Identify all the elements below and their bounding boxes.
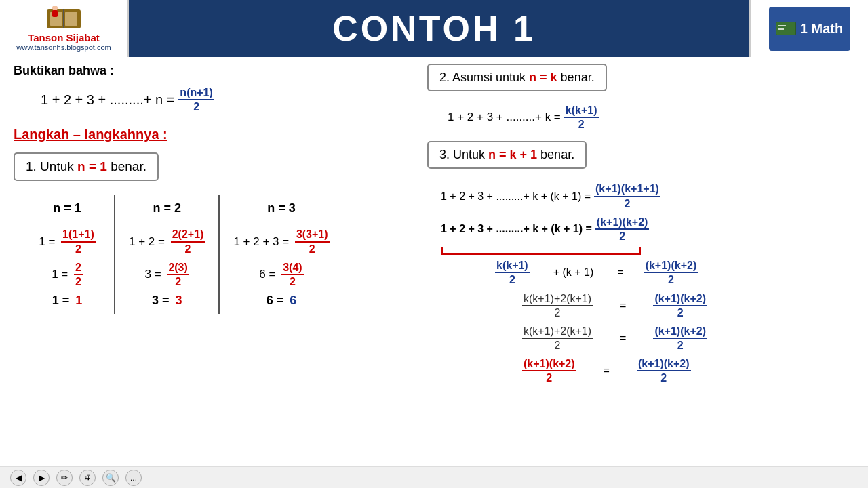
right-panel: 2. Asumsi untuk n = k benar. 1 + 2 + 3 +… <box>420 64 854 481</box>
eq1-frac: (k+1)(k+1+1) 2 <box>594 182 660 209</box>
bottom-bar: ◀ ▶ ✏ 🖨 🔍 ... <box>0 466 868 488</box>
n1-result: 1 = 1 <box>52 293 83 308</box>
eq1-lhs: 1 + 2 + 3 + .........+ k + (k + 1) = <box>441 190 591 203</box>
header: Tanson Sijabat www.tansonhs.blogspot.com… <box>0 0 868 57</box>
eq6-equals: = <box>604 365 610 377</box>
edit-button[interactable]: ✏ <box>56 470 73 486</box>
step1-highlight: n = 1 <box>77 159 107 174</box>
step2-box: 2. Asumsi untuk n = k benar. <box>427 64 607 92</box>
bracket-underline <box>441 247 641 255</box>
eq6-rhs-frac: (k+1)(k+2) 2 <box>637 357 691 384</box>
assumption-line: 1 + 2 + 3 + .........+ k = k(k+1) 2 <box>448 104 854 131</box>
step1-suffix: benar. <box>107 159 146 174</box>
step2-suffix: benar. <box>557 70 595 84</box>
step3-eq6: (k+1)(k+2) 2 = (k+1)(k+2) 2 <box>522 357 854 384</box>
back-button[interactable]: ◀ <box>10 470 26 486</box>
n3-col: n = 3 1 + 2 + 3 = 3(3+1) 2 6 = 3(4) 2 <box>220 195 342 314</box>
n2-result: 3 = 3 <box>152 293 182 308</box>
eq3-mid: + (k + 1) <box>553 266 594 279</box>
step3-suffix: benar. <box>537 148 574 161</box>
svg-rect-2 <box>65 12 77 26</box>
eq3-lhs-frac: k(k+1) 2 <box>495 259 530 286</box>
zoom-button[interactable]: 🔍 <box>102 470 119 486</box>
chalkboard-icon <box>776 20 796 37</box>
more-button[interactable]: ... <box>125 470 142 486</box>
forward-button[interactable]: ▶ <box>33 470 50 486</box>
eq5-equals: = <box>620 332 626 344</box>
eq4-lhs-frac: k(k+1)+2(k+1) 2 <box>522 292 593 319</box>
svg-rect-3 <box>63 9 64 28</box>
n2-frac2: 2(3) 2 <box>167 261 189 288</box>
eq3-equals: = <box>617 266 623 279</box>
main-frac-num: n(n+1) <box>178 86 214 100</box>
n1-eq1: 1 = 1(1+1) 2 <box>39 228 96 255</box>
eq2-lhs: 1 + 2 + 3 + .........+ k + (k + 1) = <box>441 223 592 235</box>
step3-label: 3. Untuk <box>439 148 488 161</box>
n2-frac1: 2(2+1) 2 <box>171 228 205 255</box>
main-fraction: n(n+1) 2 <box>178 86 214 113</box>
logo-name: Tanson Sijabat <box>28 32 100 43</box>
prove-text: Buktikan bahwa : <box>14 64 407 78</box>
step3-eq1: 1 + 2 + 3 + .........+ k + (k + 1) = (k+… <box>441 182 854 209</box>
eq3-rhs-frac: (k+1)(k+2) 2 <box>644 259 698 286</box>
step1-box: 1. Untuk n = 1 benar. <box>14 152 159 181</box>
step3-box: 3. Untuk n = k + 1 benar. <box>427 141 587 169</box>
steps-title: Langkah – langkahnya : <box>14 127 407 142</box>
n1-eq2: 1 = 2 2 <box>52 261 83 288</box>
n3-eq2: 6 = 3(4) 2 <box>259 261 303 288</box>
n2-title: n = 2 <box>153 201 181 216</box>
eq2-frac: (k+1)(k+2) 2 <box>595 216 650 243</box>
step3-eq3: k(k+1) 2 + (k + 1) = (k+1)(k+2) 2 <box>495 259 854 286</box>
logo-area: Tanson Sijabat www.tansonhs.blogspot.com <box>0 0 129 57</box>
n3-eq1: 1 + 2 + 3 = 3(3+1) 2 <box>233 228 329 255</box>
step1-label: 1. Untuk <box>26 159 77 174</box>
eq6-lhs-frac: (k+1)(k+2) 2 <box>522 357 576 384</box>
math-badge-area: 1 Math <box>749 0 868 57</box>
main-content: Buktikan bahwa : 1 + 2 + 3 + .........+ … <box>0 57 868 488</box>
n3-frac1: 3(3+1) 2 <box>295 228 330 255</box>
header-title: CONTOH 1 <box>332 8 536 49</box>
logo-icon <box>47 6 81 32</box>
n3-title: n = 3 <box>267 201 296 216</box>
step3-eq2-container: 1 + 2 + 3 + .........+ k + (k + 1) = (k+… <box>441 216 854 255</box>
n2-eq1: 1 + 2 = 2(2+1) 2 <box>129 228 205 255</box>
eq5-lhs-frac: k(k+1)+2(k+1) 2 <box>522 325 593 352</box>
main-formula: 1 + 2 + 3 + .........+ n = n(n+1) 2 <box>41 86 407 113</box>
print-button[interactable]: 🖨 <box>79 470 96 486</box>
n1-frac1: 1(1+1) 2 <box>61 228 96 255</box>
step3-eq2: 1 + 2 + 3 + .........+ k + (k + 1) = (k+… <box>441 216 854 243</box>
n3-result: 6 = 6 <box>267 293 297 308</box>
n2-eq2: 3 = 2(3) 2 <box>145 261 189 288</box>
n3-frac2: 3(4) 2 <box>281 261 303 288</box>
step2-label: 2. Asumsi untuk <box>439 70 529 84</box>
assumption-frac: k(k+1) 2 <box>564 104 599 131</box>
main-frac-den: 2 <box>192 100 201 113</box>
n2-col: n = 2 1 + 2 = 2(2+1) 2 3 = 2(3) 2 <box>115 195 220 314</box>
svg-rect-5 <box>52 10 58 17</box>
eq4-rhs-frac: (k+1)(k+2) 2 <box>653 292 707 319</box>
math-badge-text: 1 Math <box>800 21 843 37</box>
n1-title: n = 1 <box>53 201 81 216</box>
left-panel: Buktikan bahwa : 1 + 2 + 3 + .........+ … <box>14 64 420 481</box>
step2-highlight: n = k <box>529 70 557 84</box>
n1-col: n = 1 1 = 1(1+1) 2 1 = 2 2 1 = <box>20 195 115 314</box>
step3-highlight: n = k + 1 <box>488 148 537 161</box>
assumption-lhs: 1 + 2 + 3 + .........+ k = <box>448 110 561 124</box>
eq5-rhs-frac: (k+1)(k+2) 2 <box>653 325 707 352</box>
formula-lhs: 1 + 2 + 3 + .........+ n = <box>41 92 174 108</box>
n-table: n = 1 1 = 1(1+1) 2 1 = 2 2 1 = <box>20 195 407 314</box>
svg-rect-7 <box>776 22 795 35</box>
eq4-equals: = <box>620 300 626 312</box>
step3-eq5: k(k+1)+2(k+1) 2 = (k+1)(k+2) 2 <box>522 325 854 352</box>
math-badge-inner: 1 Math <box>769 7 850 51</box>
n1-frac2: 2 2 <box>74 261 83 288</box>
step3-eq4: k(k+1)+2(k+1) 2 = (k+1)(k+2) 2 <box>522 292 854 319</box>
logo-website: www.tansonhs.blogspot.com <box>16 43 111 52</box>
